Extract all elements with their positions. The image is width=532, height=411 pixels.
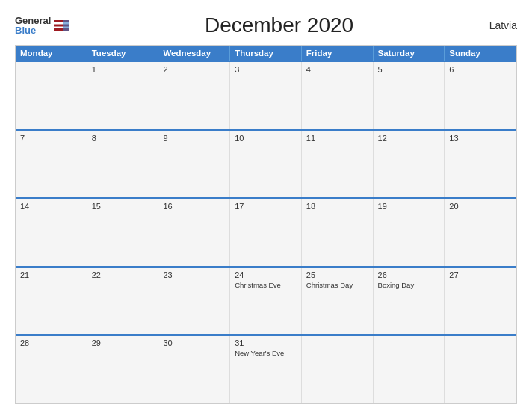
day-number: 16 <box>163 202 225 211</box>
calendar-cell-w5-d4: 31New Year's Eve <box>230 336 302 403</box>
calendar-cell-w4-d7: 27 <box>445 268 516 335</box>
calendar-cell-w5-d5 <box>302 336 374 403</box>
calendar-cell-w3-d1: 14 <box>16 199 87 266</box>
calendar-page: General Blue December 2020 Latvia Monday… <box>0 0 532 411</box>
day-number: 18 <box>306 202 368 211</box>
calendar-cell-w4-d2: 22 <box>87 268 159 335</box>
calendar-body: 123456789101112131415161718192021222324C… <box>16 61 516 403</box>
logo-blue: Blue <box>15 25 51 35</box>
calendar-week-5: 28293031New Year's Eve <box>16 334 516 403</box>
day-number: 23 <box>163 271 225 279</box>
day-number: 14 <box>20 202 82 211</box>
weekday-saturday: Saturday <box>374 46 445 61</box>
weekday-tuesday: Tuesday <box>87 46 159 61</box>
calendar-cell-w5-d6 <box>374 336 445 403</box>
day-number: 12 <box>378 134 440 143</box>
weekday-thursday: Thursday <box>230 46 302 61</box>
calendar-cell-w1-d3: 2 <box>158 62 230 129</box>
day-number: 15 <box>92 202 154 211</box>
day-number: 7 <box>20 134 82 143</box>
day-number: 29 <box>92 339 154 347</box>
calendar-cell-w2-d3: 9 <box>158 131 230 198</box>
day-number: 31 <box>235 339 297 347</box>
calendar-cell-w3-d5: 18 <box>302 199 374 266</box>
calendar-week-1: 123456 <box>16 61 516 129</box>
calendar-week-2: 78910111213 <box>16 129 516 198</box>
calendar-cell-w1-d1 <box>16 62 87 129</box>
calendar-cell-w5-d3: 30 <box>158 336 230 403</box>
calendar-title: December 2020 <box>69 13 489 37</box>
calendar-cell-w4-d4: 24Christmas Eve <box>230 268 302 335</box>
logo: General Blue <box>15 16 69 35</box>
weekday-wednesday: Wednesday <box>158 46 230 61</box>
svg-marker-4 <box>63 20 69 31</box>
calendar-cell-w1-d2: 1 <box>87 62 159 129</box>
calendar-cell-w5-d7 <box>445 336 516 403</box>
weekday-sunday: Sunday <box>445 46 516 61</box>
calendar-cell-w2-d4: 10 <box>230 131 302 198</box>
calendar-cell-w3-d2: 15 <box>87 199 159 266</box>
calendar-cell-w2-d6: 12 <box>374 131 445 198</box>
holiday-name: Christmas Day <box>306 281 368 289</box>
day-number: 1 <box>92 65 154 74</box>
calendar-cell-w1-d6: 5 <box>374 62 445 129</box>
calendar-cell-w4-d1: 21 <box>16 268 87 335</box>
calendar-cell-w1-d4: 3 <box>230 62 302 129</box>
day-number: 22 <box>92 271 154 279</box>
day-number: 24 <box>235 271 297 279</box>
calendar-cell-w2-d5: 11 <box>302 131 374 198</box>
day-number: 3 <box>235 65 297 74</box>
day-number: 27 <box>449 271 512 279</box>
day-number: 17 <box>235 202 297 211</box>
calendar-cell-w5-d2: 29 <box>87 336 159 403</box>
calendar-cell-w1-d5: 4 <box>302 62 374 129</box>
day-number: 10 <box>235 134 297 143</box>
day-number: 21 <box>20 271 82 279</box>
calendar-cell-w4-d6: 26Boxing Day <box>374 268 445 335</box>
calendar-week-4: 21222324Christmas Eve25Christmas Day26Bo… <box>16 266 516 335</box>
day-number: 11 <box>306 134 368 143</box>
page-header: General Blue December 2020 Latvia <box>15 13 517 37</box>
day-number: 28 <box>20 339 82 347</box>
calendar-cell-w4-d5: 25Christmas Day <box>302 268 374 335</box>
calendar-cell-w1-d7: 6 <box>445 62 516 129</box>
day-number: 25 <box>306 271 368 279</box>
day-number: 19 <box>378 202 440 211</box>
holiday-name: Boxing Day <box>378 281 440 289</box>
calendar-header: Monday Tuesday Wednesday Thursday Friday… <box>16 46 516 61</box>
day-number: 20 <box>449 202 512 211</box>
country-label: Latvia <box>489 19 517 31</box>
day-number: 4 <box>306 65 368 74</box>
day-number: 8 <box>92 134 154 143</box>
day-number: 6 <box>449 65 512 74</box>
calendar-cell-w5-d1: 28 <box>16 336 87 403</box>
calendar-grid: Monday Tuesday Wednesday Thursday Friday… <box>15 45 517 404</box>
calendar-cell-w4-d3: 23 <box>158 268 230 335</box>
day-number: 26 <box>378 271 440 279</box>
calendar-cell-w2-d7: 13 <box>445 131 516 198</box>
calendar-cell-w3-d4: 17 <box>230 199 302 266</box>
day-number: 30 <box>163 339 225 347</box>
calendar-cell-w3-d6: 19 <box>374 199 445 266</box>
day-number: 9 <box>163 134 225 143</box>
calendar-cell-w3-d7: 20 <box>445 199 516 266</box>
day-number: 13 <box>449 134 512 143</box>
calendar-week-3: 14151617181920 <box>16 197 516 266</box>
calendar-cell-w2-d1: 7 <box>16 131 87 198</box>
holiday-name: New Year's Eve <box>235 349 297 357</box>
calendar-cell-w3-d3: 16 <box>158 199 230 266</box>
day-number: 5 <box>378 65 440 74</box>
weekday-monday: Monday <box>16 46 87 61</box>
holiday-name: Christmas Eve <box>235 281 297 289</box>
day-number: 2 <box>163 65 225 74</box>
weekday-friday: Friday <box>302 46 374 61</box>
logo-flag-icon <box>54 20 69 31</box>
calendar-cell-w2-d2: 8 <box>87 131 159 198</box>
